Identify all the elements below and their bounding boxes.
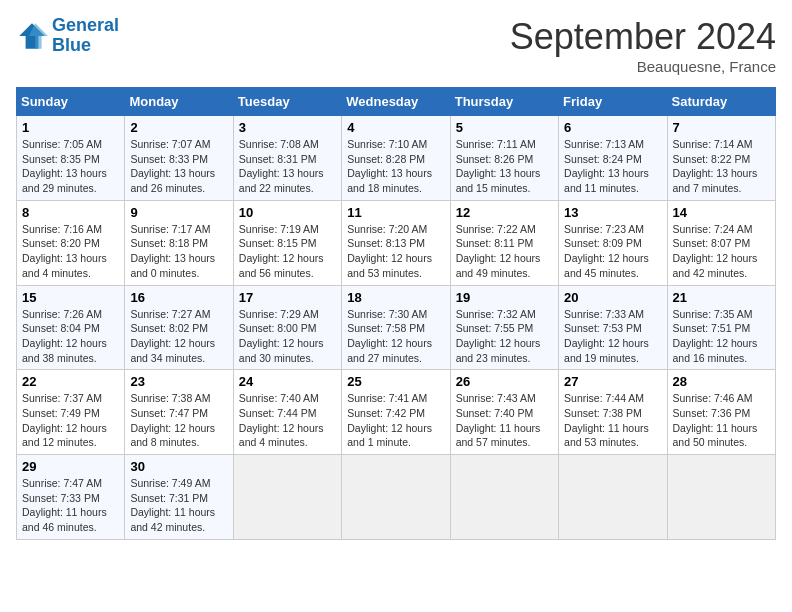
day-detail: Sunrise: 7:07 AM Sunset: 8:33 PM Dayligh…	[130, 137, 227, 196]
calendar-cell: 12Sunrise: 7:22 AM Sunset: 8:11 PM Dayli…	[450, 200, 558, 285]
calendar-cell	[559, 455, 667, 540]
calendar-week-row: 1Sunrise: 7:05 AM Sunset: 8:35 PM Daylig…	[17, 116, 776, 201]
calendar-week-row: 8Sunrise: 7:16 AM Sunset: 8:20 PM Daylig…	[17, 200, 776, 285]
day-detail: Sunrise: 7:47 AM Sunset: 7:33 PM Dayligh…	[22, 476, 119, 535]
calendar-cell: 18Sunrise: 7:30 AM Sunset: 7:58 PM Dayli…	[342, 285, 450, 370]
day-detail: Sunrise: 7:22 AM Sunset: 8:11 PM Dayligh…	[456, 222, 553, 281]
day-number: 11	[347, 205, 444, 220]
day-detail: Sunrise: 7:14 AM Sunset: 8:22 PM Dayligh…	[673, 137, 770, 196]
day-detail: Sunrise: 7:46 AM Sunset: 7:36 PM Dayligh…	[673, 391, 770, 450]
calendar-cell: 15Sunrise: 7:26 AM Sunset: 8:04 PM Dayli…	[17, 285, 125, 370]
calendar-cell: 6Sunrise: 7:13 AM Sunset: 8:24 PM Daylig…	[559, 116, 667, 201]
day-number: 22	[22, 374, 119, 389]
day-number: 28	[673, 374, 770, 389]
day-number: 14	[673, 205, 770, 220]
calendar-cell: 25Sunrise: 7:41 AM Sunset: 7:42 PM Dayli…	[342, 370, 450, 455]
day-number: 23	[130, 374, 227, 389]
calendar-cell: 24Sunrise: 7:40 AM Sunset: 7:44 PM Dayli…	[233, 370, 341, 455]
calendar-cell: 7Sunrise: 7:14 AM Sunset: 8:22 PM Daylig…	[667, 116, 775, 201]
day-detail: Sunrise: 7:33 AM Sunset: 7:53 PM Dayligh…	[564, 307, 661, 366]
day-number: 16	[130, 290, 227, 305]
day-detail: Sunrise: 7:13 AM Sunset: 8:24 PM Dayligh…	[564, 137, 661, 196]
calendar-cell: 30Sunrise: 7:49 AM Sunset: 7:31 PM Dayli…	[125, 455, 233, 540]
calendar-cell: 11Sunrise: 7:20 AM Sunset: 8:13 PM Dayli…	[342, 200, 450, 285]
day-detail: Sunrise: 7:24 AM Sunset: 8:07 PM Dayligh…	[673, 222, 770, 281]
day-detail: Sunrise: 7:08 AM Sunset: 8:31 PM Dayligh…	[239, 137, 336, 196]
day-number: 21	[673, 290, 770, 305]
calendar-cell: 17Sunrise: 7:29 AM Sunset: 8:00 PM Dayli…	[233, 285, 341, 370]
weekday-header-tuesday: Tuesday	[233, 88, 341, 116]
month-title: September 2024	[510, 16, 776, 58]
calendar-cell: 13Sunrise: 7:23 AM Sunset: 8:09 PM Dayli…	[559, 200, 667, 285]
day-detail: Sunrise: 7:40 AM Sunset: 7:44 PM Dayligh…	[239, 391, 336, 450]
day-number: 25	[347, 374, 444, 389]
day-detail: Sunrise: 7:43 AM Sunset: 7:40 PM Dayligh…	[456, 391, 553, 450]
day-detail: Sunrise: 7:10 AM Sunset: 8:28 PM Dayligh…	[347, 137, 444, 196]
calendar-cell: 10Sunrise: 7:19 AM Sunset: 8:15 PM Dayli…	[233, 200, 341, 285]
calendar-cell: 23Sunrise: 7:38 AM Sunset: 7:47 PM Dayli…	[125, 370, 233, 455]
calendar-cell: 1Sunrise: 7:05 AM Sunset: 8:35 PM Daylig…	[17, 116, 125, 201]
calendar-cell	[342, 455, 450, 540]
day-detail: Sunrise: 7:44 AM Sunset: 7:38 PM Dayligh…	[564, 391, 661, 450]
day-number: 2	[130, 120, 227, 135]
calendar-week-row: 15Sunrise: 7:26 AM Sunset: 8:04 PM Dayli…	[17, 285, 776, 370]
calendar-week-row: 29Sunrise: 7:47 AM Sunset: 7:33 PM Dayli…	[17, 455, 776, 540]
day-detail: Sunrise: 7:11 AM Sunset: 8:26 PM Dayligh…	[456, 137, 553, 196]
day-number: 27	[564, 374, 661, 389]
day-number: 10	[239, 205, 336, 220]
logo: General Blue	[16, 16, 119, 56]
calendar-cell: 14Sunrise: 7:24 AM Sunset: 8:07 PM Dayli…	[667, 200, 775, 285]
day-detail: Sunrise: 7:37 AM Sunset: 7:49 PM Dayligh…	[22, 391, 119, 450]
weekday-header-monday: Monday	[125, 88, 233, 116]
calendar-cell: 20Sunrise: 7:33 AM Sunset: 7:53 PM Dayli…	[559, 285, 667, 370]
day-number: 29	[22, 459, 119, 474]
calendar-cell	[233, 455, 341, 540]
day-number: 19	[456, 290, 553, 305]
day-number: 9	[130, 205, 227, 220]
calendar-cell: 2Sunrise: 7:07 AM Sunset: 8:33 PM Daylig…	[125, 116, 233, 201]
day-number: 4	[347, 120, 444, 135]
title-block: September 2024 Beauquesne, France	[510, 16, 776, 75]
calendar-cell: 27Sunrise: 7:44 AM Sunset: 7:38 PM Dayli…	[559, 370, 667, 455]
calendar-table: SundayMondayTuesdayWednesdayThursdayFrid…	[16, 87, 776, 540]
day-detail: Sunrise: 7:49 AM Sunset: 7:31 PM Dayligh…	[130, 476, 227, 535]
calendar-cell: 21Sunrise: 7:35 AM Sunset: 7:51 PM Dayli…	[667, 285, 775, 370]
calendar-cell: 8Sunrise: 7:16 AM Sunset: 8:20 PM Daylig…	[17, 200, 125, 285]
day-number: 13	[564, 205, 661, 220]
day-number: 15	[22, 290, 119, 305]
location: Beauquesne, France	[510, 58, 776, 75]
calendar-cell: 26Sunrise: 7:43 AM Sunset: 7:40 PM Dayli…	[450, 370, 558, 455]
day-detail: Sunrise: 7:19 AM Sunset: 8:15 PM Dayligh…	[239, 222, 336, 281]
day-number: 5	[456, 120, 553, 135]
day-number: 3	[239, 120, 336, 135]
day-number: 1	[22, 120, 119, 135]
weekday-header-saturday: Saturday	[667, 88, 775, 116]
day-detail: Sunrise: 7:26 AM Sunset: 8:04 PM Dayligh…	[22, 307, 119, 366]
calendar-cell: 9Sunrise: 7:17 AM Sunset: 8:18 PM Daylig…	[125, 200, 233, 285]
weekday-header-wednesday: Wednesday	[342, 88, 450, 116]
day-detail: Sunrise: 7:16 AM Sunset: 8:20 PM Dayligh…	[22, 222, 119, 281]
calendar-cell	[667, 455, 775, 540]
day-detail: Sunrise: 7:38 AM Sunset: 7:47 PM Dayligh…	[130, 391, 227, 450]
day-number: 30	[130, 459, 227, 474]
calendar-cell: 5Sunrise: 7:11 AM Sunset: 8:26 PM Daylig…	[450, 116, 558, 201]
day-detail: Sunrise: 7:35 AM Sunset: 7:51 PM Dayligh…	[673, 307, 770, 366]
page-header: General Blue September 2024 Beauquesne, …	[16, 16, 776, 75]
calendar-cell: 28Sunrise: 7:46 AM Sunset: 7:36 PM Dayli…	[667, 370, 775, 455]
day-detail: Sunrise: 7:29 AM Sunset: 8:00 PM Dayligh…	[239, 307, 336, 366]
day-detail: Sunrise: 7:30 AM Sunset: 7:58 PM Dayligh…	[347, 307, 444, 366]
day-number: 20	[564, 290, 661, 305]
weekday-header-friday: Friday	[559, 88, 667, 116]
day-number: 8	[22, 205, 119, 220]
weekday-header-row: SundayMondayTuesdayWednesdayThursdayFrid…	[17, 88, 776, 116]
day-number: 26	[456, 374, 553, 389]
calendar-cell: 29Sunrise: 7:47 AM Sunset: 7:33 PM Dayli…	[17, 455, 125, 540]
calendar-cell: 19Sunrise: 7:32 AM Sunset: 7:55 PM Dayli…	[450, 285, 558, 370]
day-detail: Sunrise: 7:05 AM Sunset: 8:35 PM Dayligh…	[22, 137, 119, 196]
logo-text: General Blue	[52, 16, 119, 56]
day-number: 7	[673, 120, 770, 135]
calendar-cell: 4Sunrise: 7:10 AM Sunset: 8:28 PM Daylig…	[342, 116, 450, 201]
weekday-header-thursday: Thursday	[450, 88, 558, 116]
calendar-cell: 3Sunrise: 7:08 AM Sunset: 8:31 PM Daylig…	[233, 116, 341, 201]
day-number: 6	[564, 120, 661, 135]
